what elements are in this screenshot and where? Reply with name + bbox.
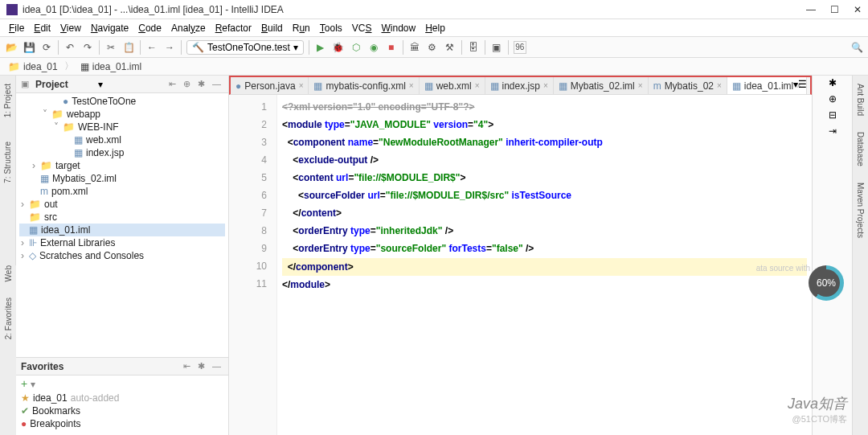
favorite-item[interactable]: ✔Bookmarks	[21, 404, 223, 417]
open-icon[interactable]: 📂	[5, 41, 18, 54]
tree-item[interactable]: 📁src	[19, 211, 225, 224]
coverage-icon[interactable]: ⬡	[350, 41, 362, 54]
db-icon[interactable]: 🗄	[467, 41, 480, 54]
forward-icon[interactable]: →	[163, 41, 176, 54]
progress-indicator[interactable]: 60%	[809, 265, 844, 301]
editor-tab[interactable]: ●Person.java×	[231, 77, 309, 94]
gear-icon[interactable]: ✱	[198, 361, 209, 372]
cut-icon[interactable]: ✂	[104, 41, 117, 54]
rail-button[interactable]: Database	[856, 132, 865, 166]
target-icon[interactable]: ⊕	[183, 79, 194, 90]
rail-button[interactable]: Web	[4, 265, 13, 281]
misc-icon[interactable]: ▣	[490, 41, 503, 54]
profile-icon[interactable]: ◉	[367, 41, 380, 54]
editor-tab[interactable]: ▦Mybatis_02.iml×	[554, 77, 649, 94]
breadcrumb: 📁 idea_01 〉 ▦ idea_01.iml	[0, 58, 868, 76]
main-toolbar: 📂 💾 ⟳ ↶ ↷ ✂ 📋 ← → 🔨 TestOneToOne.test ▾ …	[0, 37, 868, 58]
tool2-icon[interactable]: ⚒	[444, 41, 457, 54]
tree-item[interactable]: mpom.xml	[19, 185, 225, 198]
editor-tab[interactable]: ▦index.jsp×	[485, 77, 554, 94]
menu-window[interactable]: Window	[377, 21, 420, 35]
favorite-item[interactable]: ★idea_01 auto-added	[21, 392, 223, 404]
rail-button[interactable]: 1: Project	[3, 84, 12, 117]
run-config-selector[interactable]: 🔨 TestOneToOne.test ▾	[186, 40, 304, 55]
back-icon[interactable]: ←	[145, 41, 158, 54]
maximize-button[interactable]: ☐	[830, 4, 839, 15]
rail-button[interactable]: Ant Build	[856, 84, 865, 116]
project-tree[interactable]: ●TestOneToOne˅📁webapp˅📁WEB-INF▦web.xml▦i…	[16, 93, 228, 357]
close-button[interactable]: ✕	[854, 4, 862, 15]
save-icon[interactable]: 💾	[23, 41, 35, 54]
tree-item[interactable]: ˅📁webapp	[19, 108, 225, 121]
hide-icon[interactable]: —	[212, 361, 223, 372]
num-badge[interactable]: 96	[514, 41, 526, 54]
chevron-down-icon[interactable]: ▾	[98, 79, 103, 90]
menu-analyze[interactable]: Analyze	[167, 21, 210, 35]
add-favorite-button[interactable]: + ▾	[16, 375, 228, 392]
menu-view[interactable]: View	[56, 21, 85, 35]
menu-refactor[interactable]: Refactor	[211, 21, 256, 35]
editor-tab[interactable]: ▦web.xml×	[420, 77, 485, 94]
tree-item[interactable]: ›◇Scratches and Consoles	[19, 249, 225, 262]
search-icon[interactable]: 🔍	[850, 41, 863, 54]
menu-edit[interactable]: Edit	[30, 21, 55, 35]
tree-item[interactable]: ˅📁WEB-INF	[19, 121, 225, 133]
minimize-button[interactable]: —	[806, 4, 816, 15]
rail-button[interactable]: 2: Favorites	[4, 298, 13, 339]
tree-item[interactable]: ▦idea_01.iml	[19, 224, 225, 236]
editor-tab[interactable]: ▦mybatis-config.xml×	[309, 77, 419, 94]
run-icon[interactable]: ▶	[314, 41, 327, 54]
chevron-down-icon: ▾	[293, 42, 298, 53]
structure-icon[interactable]: 🏛	[408, 41, 421, 54]
tree-item[interactable]: ▦Mybatis_02.iml	[19, 172, 225, 185]
gutter-icon[interactable]: ⊟	[829, 109, 837, 121]
project-panel: ▣ Project ▾ ⇤ ⊕ ✱ — ●TestOneToOne˅📁webap…	[16, 76, 229, 435]
gutter-icon[interactable]: ⊕	[829, 93, 837, 105]
app-icon	[6, 4, 18, 15]
undo-icon[interactable]: ↶	[63, 41, 76, 54]
close-icon[interactable]: ×	[475, 81, 480, 90]
tab-dropdown-icon[interactable]: ▾☰	[793, 79, 807, 90]
gutter-icon[interactable]: ⇥	[829, 125, 837, 137]
redo-icon[interactable]: ↷	[81, 41, 94, 54]
gutter-icon[interactable]: ✱	[829, 77, 837, 88]
close-icon[interactable]: ×	[717, 81, 722, 90]
rail-button[interactable]: 7: Structure	[3, 142, 12, 183]
breadcrumb-item[interactable]: ▦ idea_01.iml	[77, 60, 145, 73]
tree-item[interactable]: ▦web.xml	[19, 133, 225, 146]
editor-right-gutter: ✱ ⊕ ⊟ ⇥	[812, 76, 852, 435]
tool1-icon[interactable]: ⚙	[426, 41, 439, 54]
debug-icon[interactable]: 🐞	[332, 41, 345, 54]
hide-icon[interactable]: —	[212, 79, 223, 90]
favorite-item[interactable]: ●Breakpoints	[21, 417, 223, 430]
tree-item[interactable]: ●TestOneToOne	[19, 95, 225, 108]
close-icon[interactable]: ×	[638, 81, 643, 90]
collapse-icon[interactable]: ⇤	[183, 361, 194, 372]
menu-file[interactable]: File	[5, 21, 28, 35]
tree-item[interactable]: ›⊪External Libraries	[19, 236, 225, 249]
menu-navigate[interactable]: Navigate	[87, 21, 133, 35]
tree-item[interactable]: ▦index.jsp	[19, 146, 225, 159]
close-icon[interactable]: ×	[299, 81, 304, 90]
copy-icon[interactable]: 📋	[122, 41, 135, 54]
menu-help[interactable]: Help	[421, 21, 449, 35]
menu-run[interactable]: Run	[289, 21, 314, 35]
tree-item[interactable]: ›📁out	[19, 198, 225, 211]
gear-icon[interactable]: ✱	[198, 79, 209, 90]
editor-tab[interactable]: mMybatis_02×	[649, 77, 727, 94]
window-title: idea_01 [D:\idea_01] - ...\idea_01.iml […	[23, 4, 806, 15]
menu-vcs[interactable]: VCS	[348, 21, 376, 35]
close-icon[interactable]: ×	[409, 81, 414, 90]
refresh-icon[interactable]: ⟳	[40, 41, 53, 54]
menu-tools[interactable]: Tools	[316, 21, 346, 35]
stop-icon[interactable]: ■	[385, 41, 398, 54]
tree-item[interactable]: ›📁target	[19, 159, 225, 172]
rail-button[interactable]: Maven Projects	[856, 183, 865, 238]
breadcrumb-item[interactable]: 📁 idea_01	[5, 60, 61, 73]
favorites-title: Favorites	[21, 361, 180, 372]
menu-code[interactable]: Code	[134, 21, 166, 35]
code-editor[interactable]: <?xml version="1.0" encoding="UTF-8"?><m…	[277, 95, 812, 435]
collapse-icon[interactable]: ⇤	[169, 79, 180, 90]
close-icon[interactable]: ×	[543, 81, 548, 90]
menu-build[interactable]: Build	[257, 21, 287, 35]
